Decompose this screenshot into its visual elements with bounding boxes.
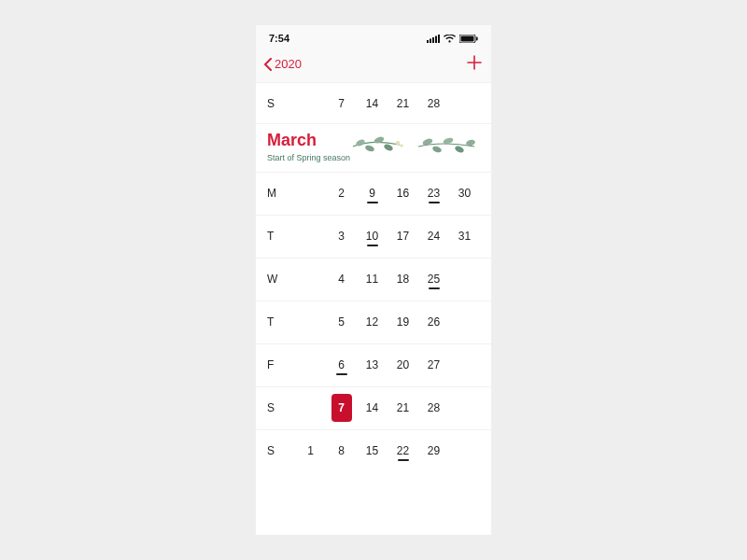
- day-label: F: [267, 358, 295, 371]
- calendar-day[interactable]: 11: [357, 268, 388, 290]
- svg-rect-1: [430, 38, 431, 43]
- calendar-day[interactable]: 9: [357, 182, 388, 204]
- day-number: 3: [333, 225, 350, 247]
- calendar-day[interactable]: 16: [388, 182, 418, 204]
- day-label: S: [267, 401, 295, 414]
- day-slots: 310172431: [295, 216, 480, 258]
- day-number: 31: [457, 225, 473, 247]
- svg-point-17: [454, 145, 465, 154]
- calendar-day[interactable]: 23: [418, 182, 449, 204]
- calendar-day: [449, 397, 480, 419]
- calendar-day[interactable]: 20: [388, 354, 418, 376]
- calendar-day[interactable]: 10: [357, 225, 388, 247]
- svg-rect-6: [461, 35, 474, 41]
- calendar-day[interactable]: 30: [449, 182, 480, 204]
- day-number: 18: [395, 268, 412, 290]
- calendar-day[interactable]: 24: [418, 225, 449, 247]
- day-number: 16: [395, 182, 412, 204]
- calendar-day[interactable]: 13: [357, 354, 388, 376]
- svg-rect-7: [476, 36, 478, 40]
- day-number: 6: [333, 354, 350, 376]
- svg-rect-4: [438, 35, 440, 43]
- day-number: 25: [426, 268, 443, 290]
- day-slots: 7142128: [295, 387, 480, 429]
- calendar-row: F6132027: [256, 343, 491, 386]
- battery-icon: [459, 35, 478, 43]
- day-slots: 18152229: [295, 430, 480, 472]
- day-number: 13: [364, 354, 381, 376]
- day-number: 5: [333, 311, 350, 333]
- day-label: S: [267, 444, 295, 457]
- calendar-day[interactable]: 14: [357, 397, 388, 419]
- calendar-day[interactable]: 7: [326, 394, 357, 422]
- calendar-day[interactable]: 28: [418, 92, 449, 115]
- calendar-day[interactable]: 27: [418, 354, 449, 376]
- day-slots: 4111825: [295, 259, 480, 301]
- plus-icon: [467, 55, 482, 70]
- day-label: M: [267, 187, 295, 200]
- calendar-day[interactable]: 6: [326, 354, 357, 376]
- back-label: 2020: [275, 57, 302, 71]
- calendar-day: [295, 311, 326, 333]
- calendar-day[interactable]: 28: [418, 397, 449, 419]
- calendar-day: [449, 354, 480, 376]
- calendar-day[interactable]: 25: [418, 268, 449, 290]
- calendar-row: T310172431: [256, 215, 491, 258]
- calendar-day[interactable]: 21: [388, 92, 418, 115]
- status-indicators: [427, 35, 478, 43]
- calendar-day[interactable]: 1: [295, 440, 326, 462]
- day-number: 1: [303, 440, 319, 462]
- back-button[interactable]: 2020: [263, 57, 302, 71]
- calendar-day[interactable]: 21: [388, 397, 418, 419]
- calendar-day[interactable]: 14: [357, 92, 388, 115]
- day-label: W: [267, 273, 295, 286]
- calendar-day[interactable]: 19: [388, 311, 418, 333]
- calendar-day[interactable]: 15: [357, 440, 388, 462]
- calendar-day[interactable]: 22: [388, 440, 418, 462]
- calendar-row: M29162330: [256, 172, 491, 215]
- day-number: 20: [395, 354, 412, 376]
- calendar-day[interactable]: 8: [326, 440, 357, 462]
- day-number: 8: [333, 440, 350, 462]
- calendar-day[interactable]: 26: [418, 311, 449, 333]
- svg-rect-0: [427, 40, 429, 43]
- calendar-day: [449, 311, 480, 333]
- calendar-day[interactable]: 2: [326, 182, 357, 204]
- status-bar: 7:54: [256, 25, 491, 51]
- calendar-day[interactable]: 18: [388, 268, 418, 290]
- calendar-day[interactable]: 4: [326, 268, 357, 290]
- chevron-left-icon: [263, 58, 273, 71]
- calendar-row: S18152229: [256, 429, 491, 472]
- calendar-day[interactable]: [295, 92, 326, 115]
- add-event-button[interactable]: [467, 55, 482, 74]
- day-label: S: [267, 97, 295, 110]
- calendar-day: [295, 397, 326, 419]
- calendar-row: T5121926: [256, 301, 491, 343]
- day-number: 19: [395, 311, 412, 333]
- today-marker: 7: [331, 394, 352, 422]
- calendar-day[interactable]: 29: [418, 440, 449, 462]
- svg-point-15: [431, 145, 443, 153]
- phone-frame: 7:54 2020 S 7 14 21 2: [256, 25, 491, 535]
- svg-point-11: [383, 143, 394, 152]
- calendar-day[interactable]: 7: [326, 92, 357, 115]
- day-label: T: [267, 230, 295, 243]
- calendar-day[interactable]: 5: [326, 311, 357, 333]
- cellular-signal-icon: [427, 35, 440, 43]
- day-number: 12: [364, 311, 381, 333]
- calendar-day[interactable]: 31: [449, 225, 480, 247]
- calendar-day: [449, 440, 480, 462]
- calendar-day[interactable]: 12: [357, 311, 388, 333]
- calendar-day[interactable]: 3: [326, 225, 357, 247]
- calendar-day[interactable]: [449, 92, 480, 115]
- day-number: 21: [395, 397, 412, 419]
- calendar-day[interactable]: 17: [388, 225, 418, 247]
- day-number: 11: [364, 268, 381, 290]
- calendar-day: [295, 354, 326, 376]
- day-slots: 29162330: [295, 173, 480, 215]
- day-number: 4: [333, 268, 350, 290]
- day-number: 28: [426, 397, 443, 419]
- day-number: 22: [395, 440, 412, 462]
- calendar-day: [295, 268, 326, 290]
- day-label: T: [267, 315, 295, 329]
